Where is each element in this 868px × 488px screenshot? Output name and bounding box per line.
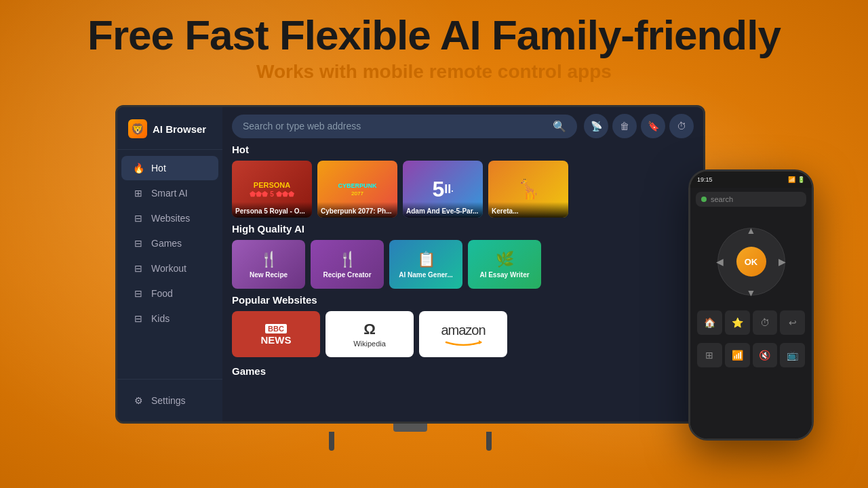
main-title: Free Fast Flexible AI Family-friendly (0, 12, 868, 58)
sidebar-logo: 🦁 AI Browser (117, 107, 222, 150)
nav-label-kids: Kids (151, 313, 170, 324)
phone-btn-home[interactable]: 🏠 (697, 310, 722, 335)
sidebar-item-settings[interactable]: ⚙ Settings (121, 388, 218, 413)
phone-search-dot (701, 197, 707, 202)
phone-btn-mute[interactable]: 🔇 (753, 343, 778, 367)
tv-screen: 🦁 AI Browser 🔥 Hot ⊞ Smart AI ⊟ Websites… (115, 105, 705, 424)
games-icon: ⊟ (132, 237, 144, 249)
websites-section-title: Popular Websites (232, 294, 694, 306)
ai-cards-row: 🍴 New Recipe 🍴 Recipe Creator 📋 AI Name … (232, 240, 694, 289)
web-card-amazon[interactable]: amazon (419, 311, 507, 357)
sidebar-item-hot[interactable]: 🔥 Hot (121, 156, 218, 180)
sidebar-item-food[interactable]: ⊟ Food (121, 281, 218, 306)
ai-card-essay[interactable]: 🌿 AI Essay Writer (468, 240, 541, 289)
ai-card-name-gen[interactable]: 📋 AI Name Gener... (389, 240, 462, 289)
stand-bar (393, 424, 427, 432)
nav-label-food: Food (151, 288, 173, 299)
sidebar-item-workout[interactable]: ⊟ Workout (121, 256, 218, 281)
dpad-ok[interactable]: OK (736, 247, 766, 277)
hot-cards-row: PERSONA ⬟⬟⬟ 5 ⬟⬟⬟ Persona 5 Royal - O...… (232, 161, 694, 218)
food-icon: ⊟ (132, 287, 144, 300)
hot-section: Hot PERSONA ⬟⬟⬟ 5 ⬟⬟⬟ Persona 5 Royal - … (232, 144, 694, 218)
phone-status-icons: 📶🔋 (788, 176, 805, 183)
name-gen-icon: 📋 (417, 251, 435, 268)
phone-search-area: search (690, 188, 812, 211)
phone-search-bar[interactable]: search (696, 192, 806, 207)
ai-section-title: High Quality AI (232, 223, 694, 235)
sidebar-footer: ⚙ Settings (117, 379, 222, 422)
workout-icon: ⊟ (132, 262, 144, 274)
main-content: Search or type web address 🔍 📡 🗑 🔖 ⏱ Hot… (222, 107, 703, 422)
recipe-creator-icon: 🍴 (338, 251, 357, 268)
nav-label-hot: Hot (151, 163, 166, 174)
hot-icon: 🔥 (132, 162, 144, 174)
nav-label-games: Games (151, 238, 182, 249)
dpad-up[interactable]: ▲ (742, 221, 761, 240)
toolbar-btn-signal[interactable]: 📡 (584, 114, 608, 138)
tv-frame: 🦁 AI Browser 🔥 Hot ⊞ Smart AI ⊟ Websites… (115, 105, 705, 451)
nav-label-settings: Settings (151, 395, 186, 406)
remote-area: ▲ ▼ ◀ ▶ OK 🏠 ⭐ ⏱ ↩ ⊞ 📶 🔇 📺 (690, 211, 812, 439)
ai-card-recipe-creator[interactable]: 🍴 Recipe Creator (311, 240, 384, 289)
websites-cards-row: BBC NEWS Ω Wikipedia (232, 311, 694, 357)
phone-btn-star[interactable]: ⭐ (725, 310, 750, 335)
phone-extra-nav: ⊞ 📶 🔇 📺 (697, 343, 805, 367)
sub-title: Works with mobile remote control apps (0, 61, 868, 83)
games-section: Games (232, 363, 694, 377)
wikipedia-label: Wikipedia (353, 340, 386, 348)
hot-card-cyberpunk[interactable]: CYBERPUNK 2077 Cyberpunk 2077: Ph... (317, 161, 397, 218)
dpad-left[interactable]: ◀ (711, 252, 730, 271)
dpad-down[interactable]: ▼ (742, 283, 761, 302)
kereta-label: Kereta... (488, 202, 568, 218)
svg-marker-0 (479, 340, 482, 344)
top-bar: Search or type web address 🔍 📡 🗑 🔖 ⏱ (232, 114, 694, 138)
cyberpunk-label: Cyberpunk 2077: Ph... (317, 202, 397, 218)
hot-card-adam[interactable]: 5II. Adam And Eve-5-Par... (403, 161, 483, 218)
nav-label-smart-ai: Smart AI (151, 188, 188, 199)
ok-label: OK (745, 257, 758, 267)
sidebar-item-kids[interactable]: ⊟ Kids (121, 306, 218, 331)
sidebar-item-smart-ai[interactable]: ⊞ Smart AI (121, 181, 218, 205)
phone-btn-grid[interactable]: ⊞ (697, 343, 722, 367)
essay-label: AI Essay Writer (479, 271, 529, 279)
phone-status-bar: 19:15 📶🔋 (690, 171, 812, 188)
new-recipe-icon: 🍴 (260, 251, 278, 268)
nav-items: 🔥 Hot ⊞ Smart AI ⊟ Websites ⊟ Games ⊟ (117, 150, 222, 379)
phone-btn-tv[interactable]: 📺 (780, 343, 805, 367)
dpad: ▲ ▼ ◀ ▶ OK (711, 221, 792, 302)
toolbar-btn-history[interactable]: ⏱ (669, 114, 694, 138)
hot-card-persona[interactable]: PERSONA ⬟⬟⬟ 5 ⬟⬟⬟ Persona 5 Royal - O... (232, 161, 312, 218)
phone-time: 19:15 (697, 176, 713, 183)
sidebar-item-games[interactable]: ⊟ Games (121, 231, 218, 256)
toolbar-btn-delete[interactable]: 🗑 (612, 114, 637, 138)
phone-btn-back[interactable]: ↩ (780, 310, 805, 335)
tv-stand (115, 424, 705, 451)
recipe-creator-label: Recipe Creator (323, 271, 371, 279)
sidebar-item-websites[interactable]: ⊟ Websites (121, 206, 218, 230)
web-card-bbc[interactable]: BBC NEWS (232, 311, 320, 357)
toolbar-btn-bookmark[interactable]: 🔖 (641, 114, 665, 138)
kids-icon: ⊟ (132, 312, 144, 325)
stand-right-leg (486, 432, 492, 451)
phone-frame: 19:15 📶🔋 search ▲ ▼ ◀ ▶ OK 🏠 ⭐ ⏱ ↩ (688, 169, 814, 441)
logo-text: AI Browser (153, 123, 206, 135)
header: Free Fast Flexible AI Family-friendly Wo… (0, 0, 868, 83)
settings-icon: ⚙ (132, 394, 144, 407)
essay-icon: 🌿 (496, 251, 514, 268)
web-card-wikipedia[interactable]: Ω Wikipedia (326, 311, 414, 357)
search-icon: 🔍 (553, 120, 566, 133)
toolbar-buttons: 📡 🗑 🔖 ⏱ (584, 114, 694, 138)
amazon-logo: amazon (441, 323, 485, 346)
hot-section-title: Hot (232, 144, 694, 155)
dpad-right[interactable]: ▶ (773, 252, 792, 271)
new-recipe-label: New Recipe (250, 271, 288, 279)
phone-btn-wifi[interactable]: 📶 (725, 343, 750, 367)
phone-search-placeholder: search (711, 195, 733, 203)
hot-card-kereta[interactable]: 🦒 Kereta... (488, 161, 568, 218)
phone-btn-history[interactable]: ⏱ (753, 310, 778, 335)
websites-section: Popular Websites BBC NEWS (232, 294, 694, 357)
search-bar[interactable]: Search or type web address 🔍 (232, 115, 577, 138)
websites-icon: ⊟ (132, 212, 144, 224)
sidebar: 🦁 AI Browser 🔥 Hot ⊞ Smart AI ⊟ Websites… (117, 107, 222, 422)
ai-card-new-recipe[interactable]: 🍴 New Recipe (232, 240, 305, 289)
